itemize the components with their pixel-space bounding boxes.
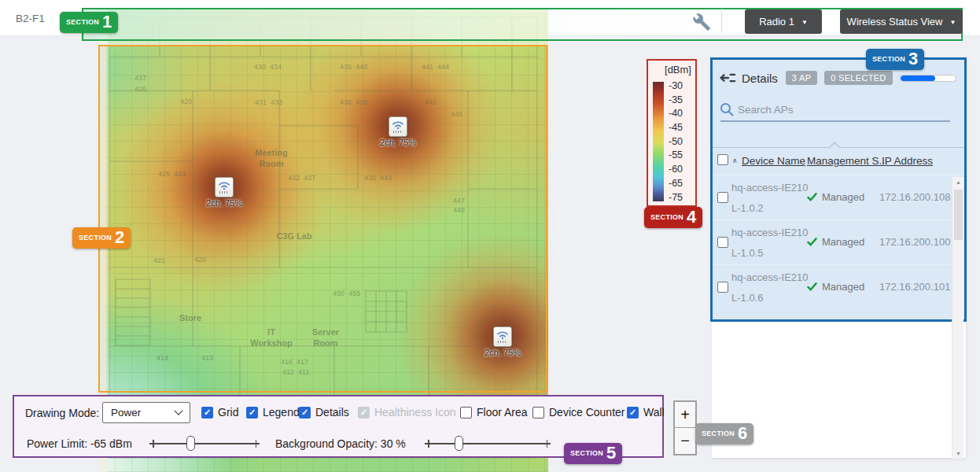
checkbox-icon <box>627 407 639 419</box>
section1-highlight-box <box>82 8 963 41</box>
checkbox-label: Legend <box>263 406 300 419</box>
checkbox-label: Details <box>315 406 349 419</box>
device-sub-name: L-1.0.5 <box>731 247 763 259</box>
legend-checkbox[interactable]: Legend <box>246 404 300 420</box>
management-status: Managed <box>807 281 864 293</box>
checkbox-icon <box>358 407 370 419</box>
row-checkbox[interactable] <box>717 192 728 203</box>
zoom-out-button[interactable]: − <box>675 428 695 454</box>
checkbox-icon <box>299 407 311 419</box>
collapse-left-icon[interactable] <box>719 70 736 86</box>
slider-track <box>425 443 551 444</box>
column-header-ip-address[interactable]: IP Address <box>882 155 933 167</box>
power-limit-label: Power Limit: -65 dBm <box>27 437 132 450</box>
legend-gradient-bar <box>653 82 664 201</box>
device-counter-checkbox[interactable]: Device Counter <box>532 404 625 420</box>
panel-size-slider[interactable] <box>900 75 956 82</box>
panel-size-slider-fill <box>901 76 935 81</box>
column-header-management-state[interactable]: Management S... <box>807 155 888 167</box>
status-text: Managed <box>822 281 864 293</box>
selected-count-badge: 0 SELECTED <box>824 71 892 85</box>
legend-ticks: -30 -35 -40 -45 -50 -55 -60 -65 -75 <box>669 81 683 202</box>
legend-tick: -35 <box>669 95 683 105</box>
table-row[interactable]: hq-access-IE210 L-1.0.5 Managed 172.16.2… <box>713 219 964 264</box>
checkbox-icon <box>201 407 213 419</box>
check-icon <box>807 193 817 201</box>
section-1-badge: SECTION1 <box>60 12 118 33</box>
legend-tick: -75 <box>669 193 683 203</box>
device-sub-name: L-1.0.6 <box>731 292 763 304</box>
table-row[interactable]: hq-access-IE210 L-1.0.2 Managed 172.16.2… <box>713 175 964 219</box>
sort-asc-icon[interactable]: ∧ <box>732 157 738 164</box>
view-button-label: Wireless Status View <box>847 16 943 28</box>
legend-title: [dBm] <box>665 64 691 76</box>
scroll-up-icon[interactable]: ▲ <box>952 179 964 185</box>
wrench-icon[interactable] <box>692 13 711 31</box>
radio-button-label: Radio 1 <box>759 16 794 28</box>
healthiness-icon-checkbox: Healthiness Icon <box>358 404 456 420</box>
device-name: hq-access-IE210 <box>731 271 809 283</box>
panel-scrollbar[interactable]: ▲ ▼ <box>952 177 963 459</box>
checkbox-icon <box>532 407 544 419</box>
check-icon <box>807 238 817 246</box>
management-status: Managed <box>807 191 864 203</box>
view-select-button[interactable]: Wireless Status View ▼ <box>840 9 963 34</box>
legend-tick: -45 <box>669 123 683 133</box>
legend-tick: -40 <box>669 109 683 119</box>
section2-highlight-box <box>98 45 547 393</box>
section-5-badge: SECTION5 <box>564 443 622 464</box>
ip-address: 172.16.200.108 <box>879 191 950 203</box>
details-checkbox[interactable]: Details <box>299 404 349 420</box>
management-status: Managed <box>807 236 864 248</box>
search-icon <box>720 102 734 116</box>
select-all-checkbox[interactable] <box>717 154 728 165</box>
grid-checkbox[interactable]: Grid <box>201 404 238 420</box>
drawing-mode-label: Drawing Mode: <box>25 407 99 419</box>
search-underline <box>720 120 950 122</box>
scrollbar-thumb[interactable] <box>954 190 963 240</box>
details-title: Details <box>742 72 778 85</box>
checkbox-icon <box>246 407 258 419</box>
scroll-down-icon[interactable]: ▼ <box>952 451 964 456</box>
check-icon <box>807 282 817 291</box>
row-checkbox[interactable] <box>717 237 728 248</box>
checkbox-label: Healthiness Icon <box>374 406 456 419</box>
chevron-down-icon <box>174 406 182 415</box>
ap-table-rows: hq-access-IE210 L-1.0.2 Managed 172.16.2… <box>713 175 964 309</box>
background-opacity-slider[interactable] <box>425 436 551 452</box>
drawing-mode-select[interactable]: Power <box>102 402 190 423</box>
chevron-down-icon: ▼ <box>949 19 956 26</box>
drawing-mode-value: Power <box>111 407 141 419</box>
slider-thumb[interactable] <box>455 436 463 451</box>
ap-count-badge: 3 AP <box>786 71 817 85</box>
slider-track <box>149 443 260 444</box>
legend-tick: -60 <box>669 164 683 175</box>
search-input[interactable] <box>738 101 934 118</box>
floor-area-checkbox[interactable]: Floor Area <box>460 404 528 420</box>
section-4-badge: SECTION4 <box>644 207 702 228</box>
column-header-device-name[interactable]: Device Name <box>742 155 805 167</box>
checkbox-label: Wall <box>643 406 665 419</box>
ip-address: 172.16.200.100 <box>879 236 950 248</box>
section-2-badge: SECTION2 <box>72 227 131 249</box>
zoom-in-button[interactable]: + <box>675 402 695 428</box>
toolbar-divider <box>721 9 722 33</box>
map-zoom-control: + − <box>673 400 697 455</box>
checkbox-label: Floor Area <box>477 406 528 419</box>
legend-tick: -55 <box>669 150 683 160</box>
background-opacity-label: Background Opacity: 30 % <box>275 437 406 450</box>
section-3-badge: SECTION3 <box>866 49 924 70</box>
checkbox-icon <box>460 407 472 419</box>
slider-thumb[interactable] <box>186 436 195 451</box>
legend-tick: -65 <box>669 179 683 189</box>
legend-tick: -30 <box>669 81 683 91</box>
status-text: Managed <box>822 191 864 203</box>
power-limit-slider[interactable] <box>149 436 260 452</box>
row-checkbox[interactable] <box>717 282 728 293</box>
floor-label: B2-F1 <box>16 13 45 24</box>
table-notch-icon <box>827 142 842 148</box>
radio-select-button[interactable]: Radio 1 ▼ <box>745 9 822 34</box>
checkbox-label: Grid <box>218 406 238 419</box>
wall-checkbox[interactable]: Wall <box>627 404 665 420</box>
table-row[interactable]: hq-access-IE210 L-1.0.6 Managed 172.16.2… <box>713 264 964 309</box>
